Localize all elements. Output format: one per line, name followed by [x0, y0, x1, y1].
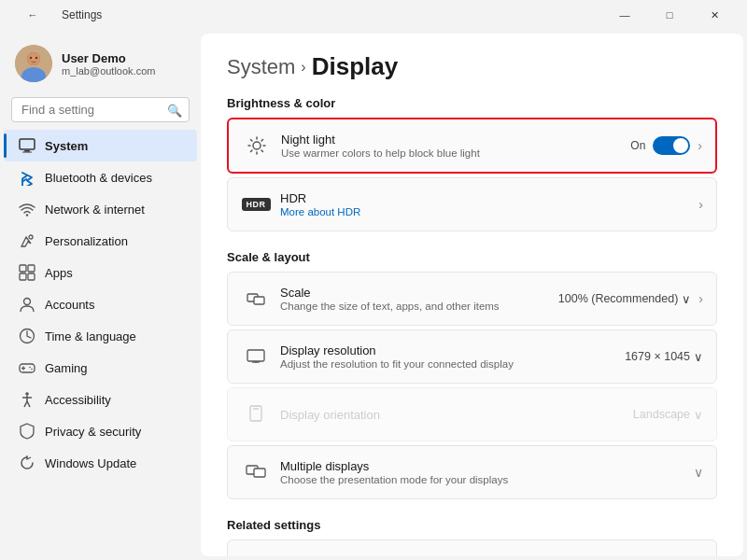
advanced-display-row[interactable]: Advanced display Display information, re… [227, 539, 717, 556]
svg-rect-12 [20, 265, 26, 272]
nav-gaming[interactable]: Gaming [4, 352, 197, 384]
orientation-dropdown-arrow: ∨ [694, 408, 703, 422]
titlebar: ← Settings — □ ✕ [0, 0, 747, 30]
toggle-label: On [630, 139, 645, 152]
update-label: Windows Update [45, 456, 136, 470]
nav-accounts[interactable]: Accounts [4, 288, 197, 320]
nav-bluetooth[interactable]: Bluetooth & devices [4, 161, 197, 193]
brightness-section-title: Brightness & color [227, 96, 717, 110]
titlebar-controls: — □ ✕ [603, 0, 736, 30]
multiple-displays-row[interactable]: Multiple displays Choose the presentatio… [227, 445, 717, 499]
scale-desc: Change the size of text, apps, and other… [280, 301, 558, 312]
svg-line-36 [261, 140, 263, 142]
scale-icon [241, 284, 271, 314]
scale-row[interactable]: Scale Change the size of text, apps, and… [227, 272, 717, 326]
bluetooth-icon [19, 169, 35, 186]
sidebar: User Demo m_lab@outlook.com 🔍 System Blu… [0, 30, 201, 560]
app-title: Settings [62, 8, 102, 21]
update-icon [19, 455, 35, 471]
nav-system[interactable]: System [4, 130, 197, 161]
svg-rect-7 [24, 150, 30, 152]
resolution-value: 1679 × 1045 ∨ [625, 350, 703, 364]
orientation-right: Landscape ∨ [633, 408, 703, 422]
multiple-displays-desc: Choose the presentation mode for your di… [280, 474, 694, 485]
hdr-desc[interactable]: More about HDR [280, 206, 698, 217]
orientation-title: Display orientation [280, 408, 633, 422]
nav-privacy[interactable]: Privacy & security [4, 415, 197, 447]
orientation-icon [241, 399, 271, 429]
scale-value: 100% (Recommended) ∨ [558, 292, 692, 306]
resolution-title: Display resolution [280, 343, 625, 357]
avatar [15, 45, 52, 82]
nav-time[interactable]: Time & language [4, 320, 197, 352]
hdr-chevron: › [698, 197, 703, 212]
close-button[interactable]: ✕ [693, 0, 736, 30]
breadcrumb-current: Display [312, 52, 399, 81]
user-info: User Demo m_lab@outlook.com [62, 51, 155, 77]
nav-personalization[interactable]: Personalization [4, 225, 197, 257]
multiple-displays-title: Multiple displays [280, 459, 694, 473]
hdr-row[interactable]: HDR HDR More about HDR › [227, 177, 717, 231]
multiple-displays-chevron: ∨ [694, 465, 703, 480]
search-box: 🔍 [11, 97, 190, 122]
maximize-button[interactable]: □ [648, 0, 691, 30]
search-input[interactable] [11, 97, 190, 122]
minimize-button[interactable]: — [603, 0, 646, 30]
svg-point-5 [35, 57, 37, 59]
svg-point-11 [29, 235, 33, 239]
network-icon [19, 201, 35, 217]
privacy-icon [19, 423, 35, 440]
svg-point-10 [26, 214, 28, 216]
orientation-text: Display orientation [280, 408, 633, 422]
apps-label: Apps [45, 266, 73, 280]
bluetooth-label: Bluetooth & devices [45, 171, 152, 185]
search-icon: 🔍 [167, 103, 182, 117]
breadcrumb-parent[interactable]: System [227, 55, 295, 79]
night-light-row[interactable]: Night light Use warmer colors to help bl… [227, 118, 717, 174]
nav-update[interactable]: Windows Update [4, 447, 197, 479]
back-button[interactable]: ← [11, 0, 54, 30]
svg-rect-15 [28, 273, 35, 280]
resolution-right: 1679 × 1045 ∨ [625, 350, 703, 364]
nav-apps[interactable]: Apps [4, 257, 197, 288]
titlebar-left: ← Settings [11, 0, 102, 30]
system-label: System [45, 139, 88, 153]
scale-dropdown-arrow: ∨ [682, 292, 691, 306]
nav-network[interactable]: Network & internet [4, 193, 197, 225]
multiple-displays-icon [241, 457, 271, 487]
main-window: User Demo m_lab@outlook.com 🔍 System Blu… [0, 30, 747, 560]
night-light-text: Night light Use warmer colors to help bl… [281, 133, 630, 159]
personalization-icon [19, 232, 35, 249]
accessibility-icon [19, 391, 35, 408]
hdr-text: HDR More about HDR [280, 191, 698, 217]
svg-point-22 [31, 369, 33, 371]
orientation-value: Landscape ∨ [633, 408, 703, 422]
accounts-label: Accounts [45, 298, 94, 312]
accessibility-label: Accessibility [45, 393, 111, 407]
svg-rect-39 [247, 350, 264, 361]
related-section-title: Related settings [227, 518, 717, 532]
time-label: Time & language [45, 329, 136, 343]
night-light-desc: Use warmer colors to help block blue lig… [281, 147, 630, 159]
system-icon [19, 137, 35, 154]
resolution-row[interactable]: Display resolution Adjust the resolution… [227, 329, 717, 384]
advanced-display-title: Advanced display [280, 553, 698, 556]
svg-rect-14 [20, 273, 26, 280]
resolution-text: Display resolution Adjust the resolution… [280, 343, 625, 370]
scale-title: Scale [280, 286, 558, 300]
resolution-dropdown-arrow: ∨ [694, 350, 703, 364]
svg-point-3 [27, 52, 40, 65]
night-light-toggle[interactable] [653, 136, 690, 155]
svg-point-4 [30, 57, 32, 59]
nav-accessibility[interactable]: Accessibility [4, 384, 197, 415]
svg-rect-6 [20, 139, 35, 149]
svg-line-33 [251, 140, 253, 142]
svg-point-21 [29, 367, 31, 369]
scale-section-title: Scale & layout [227, 250, 717, 264]
svg-rect-13 [28, 265, 35, 272]
orientation-row[interactable]: Display orientation Landscape ∨ [227, 387, 717, 441]
night-light-icon [242, 131, 272, 161]
multiple-displays-right: ∨ [694, 465, 703, 480]
privacy-label: Privacy & security [45, 425, 141, 439]
user-profile[interactable]: User Demo m_lab@outlook.com [0, 37, 201, 97]
